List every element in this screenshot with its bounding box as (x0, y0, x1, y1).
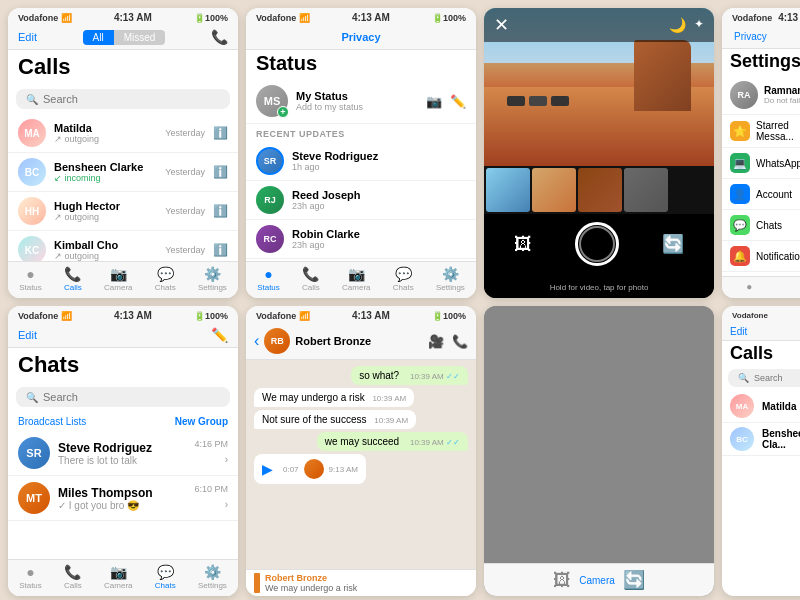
video-call-icon[interactable]: 🎥 (428, 334, 444, 349)
info-icon[interactable]: ℹ️ (213, 243, 228, 257)
all-calls-button[interactable]: All (83, 30, 114, 45)
settings-item-starred[interactable]: ⭐ Starred Messa... (722, 115, 800, 148)
chats-search-bar[interactable]: 🔍 (16, 387, 230, 407)
tab-chats[interactable]: 💬Chats (393, 266, 414, 292)
my-status-row[interactable]: MS + My Status Add to my status 📷 ✏️ (246, 79, 476, 124)
camera-icon[interactable]: 📷 (426, 94, 442, 109)
chats-nav-bar: Edit ✏️ (8, 323, 238, 348)
chats-search-input[interactable] (43, 391, 220, 403)
tab-chats[interactable]: 💬Chats (155, 266, 176, 292)
star-icon[interactable]: ✦ (694, 17, 704, 33)
status-icons: 📷 ✏️ (426, 94, 466, 109)
play-button[interactable]: ▶ (262, 461, 273, 477)
tab-calls[interactable]: 📞Calls (64, 266, 82, 292)
call-item[interactable]: MA Matilda ↗ outgoing Yesterday ℹ️ (8, 114, 238, 153)
plus-badge: + (277, 106, 289, 118)
preview-sender: Robert Bronze (265, 573, 357, 583)
call-item-partial[interactable]: BC Bensheen Cla... (722, 423, 800, 456)
settings-item-chats[interactable]: 💬 Chats (722, 210, 800, 241)
compose-icon[interactable]: ✏️ (211, 327, 228, 343)
settings-profile[interactable]: RA Ramnan Do not fail to (722, 76, 800, 115)
my-status-avatar: MS + (256, 85, 288, 117)
moon-icon[interactable]: 🌙 (669, 17, 686, 33)
tab-status[interactable]: ●Status (257, 266, 280, 292)
tab-status[interactable]: ●Status (19, 266, 42, 292)
thumbnail[interactable] (486, 168, 530, 212)
tab-chats[interactable]: 💬Chats (155, 564, 176, 590)
call-item[interactable]: BC Bensheen Clarke ↙ incoming Yesterday … (8, 153, 238, 192)
info-icon[interactable]: ℹ️ (213, 126, 228, 140)
tab-status[interactable]: ●Status (19, 564, 42, 590)
chat-name: Steve Rodriguez (58, 441, 186, 455)
call-meta: Yesterday (165, 206, 205, 216)
broadcast-lists-button[interactable]: Broadcast Lists (18, 416, 86, 427)
calls-search-bar[interactable]: 🔍 (16, 89, 230, 109)
tab-camera[interactable]: 📷Camera (104, 266, 132, 292)
new-group-button[interactable]: New Group (175, 416, 228, 427)
tab-camera[interactable]: 📷Camera (104, 564, 132, 590)
calls-toggle: All Missed (83, 30, 166, 45)
close-icon[interactable]: ✕ (494, 14, 509, 36)
avatar: RJ (256, 186, 284, 214)
chat-avatar: SR (18, 437, 50, 469)
tab-settings[interactable]: ⚙️Settings (198, 266, 227, 292)
audio-message: ▶ 0:07 9:13 AM (254, 454, 366, 484)
audio-bubble[interactable]: ▶ 0:07 9:13 AM (254, 454, 366, 484)
call-item-partial[interactable]: MA Matilda (722, 390, 800, 423)
tab-camera[interactable]: 📷Camera (342, 266, 370, 292)
tab-settings[interactable]: ⚙️Settings (198, 564, 227, 590)
phone-icon[interactable]: 📞 (211, 29, 228, 45)
gallery-icon[interactable]: 🖼 (514, 234, 532, 255)
settings-item-account[interactable]: 👤 Account (722, 179, 800, 210)
flip-camera-icon[interactable]: 🔄 (662, 233, 684, 255)
tab-calls[interactable]: 📞Calls (302, 266, 320, 292)
status-contact-item[interactable]: SR Steve Rodriguez 1h ago (246, 142, 476, 181)
edit-button[interactable]: Edit (730, 326, 747, 337)
web-icon: 💻 (730, 153, 750, 173)
chat-item[interactable]: MT Miles Thompson ✓ I got you bro 😎 6:10… (8, 476, 238, 521)
gallery-icon[interactable]: 🖼 (553, 570, 571, 591)
edit-button[interactable]: Edit (18, 31, 37, 43)
calls-list: MA Matilda ↗ outgoing Yesterday ℹ️ BC Be… (8, 114, 238, 284)
audio-duration: 0:07 (283, 465, 299, 474)
flip-icon[interactable]: 🔄 (623, 569, 645, 591)
message-received: Not sure of the success 10:39 AM (254, 410, 416, 429)
convo-name: Robert Bronze (295, 335, 423, 347)
message-received: We may undergo a risk 10:39 AM (254, 388, 414, 407)
call-name: Matilda (54, 122, 157, 134)
pencil-icon[interactable]: ✏️ (450, 94, 466, 109)
sender-indicator (254, 573, 260, 593)
missed-calls-button[interactable]: Missed (114, 30, 166, 45)
chat-time: 4:16 PM (194, 439, 228, 449)
thumbnail[interactable] (532, 168, 576, 212)
call-info: Matilda ↗ outgoing (54, 122, 157, 144)
call-item[interactable]: HH Hugh Hector ↗ outgoing Yesterday ℹ️ (8, 192, 238, 231)
voice-call-icon[interactable]: 📞 (452, 334, 468, 349)
status-contact-item[interactable]: RJ Reed Joseph 23h ago (246, 181, 476, 220)
thumbnail[interactable] (624, 168, 668, 212)
back-button[interactable]: ‹ (254, 332, 259, 350)
settings-item-web[interactable]: 💻 WhatsApp Web (722, 148, 800, 179)
tab-status[interactable]: ● (746, 281, 752, 292)
chats-edit-button[interactable]: Edit (18, 329, 37, 341)
calls-partial-search-input[interactable] (754, 373, 800, 383)
settings-item-notifications[interactable]: 🔔 Notifications (722, 241, 800, 272)
tab-settings[interactable]: ⚙️Settings (436, 266, 465, 292)
tab-calls[interactable]: 📞Calls (64, 564, 82, 590)
camera-bottom-bar: 🖼 Camera 🔄 (484, 563, 714, 596)
shutter-button[interactable] (575, 222, 619, 266)
settings-label: WhatsApp Web (756, 158, 800, 169)
contact-info: Reed Joseph 23h ago (292, 189, 360, 211)
calls-search-input[interactable] (43, 93, 220, 105)
status-contact-item[interactable]: RC Robin Clarke 23h ago (246, 220, 476, 259)
messages-area: so what? 10:39 AM ✓✓ We may undergo a ri… (246, 360, 476, 569)
calls-partial-search[interactable]: 🔍 (728, 369, 800, 387)
screen-camera: ✕ 🌙 ✦ (484, 8, 714, 298)
info-icon[interactable]: ℹ️ (213, 204, 228, 218)
thumbnail[interactable] (578, 168, 622, 212)
chat-item[interactable]: SR Steve Rodriguez There is lot to talk … (8, 431, 238, 476)
contact-name: Steve Rodriguez (292, 150, 378, 162)
chats-title: Chats (8, 348, 238, 382)
info-icon[interactable]: ℹ️ (213, 165, 228, 179)
camera-label: Camera (579, 575, 615, 586)
